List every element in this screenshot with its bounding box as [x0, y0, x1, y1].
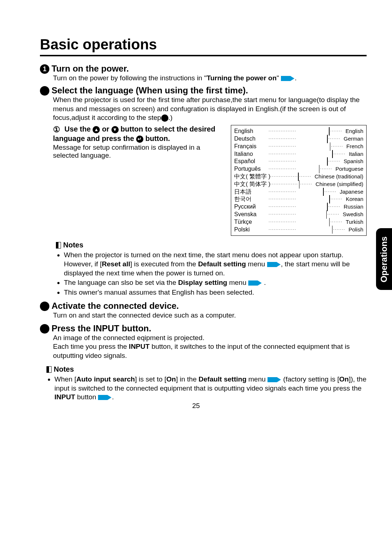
language-row: Español·······················Spanish — [234, 158, 363, 165]
step-ref-icon — [161, 114, 168, 122]
page-number: 25 — [0, 402, 392, 410]
language-row: Türkçe·······················Turkish — [234, 218, 363, 226]
language-english: English — [345, 128, 363, 135]
language-native: Português — [234, 165, 269, 173]
language-english: Polish — [348, 226, 363, 233]
step-body: An image of the connected eqipment is pr… — [53, 334, 367, 360]
step-body: Turn on the power by following the instr… — [53, 74, 367, 82]
language-english: Swedish — [342, 211, 363, 218]
language-row: Italiano·······················Italian — [234, 150, 363, 158]
step-body: When the projector is used for the first… — [53, 96, 367, 122]
page-ref-icon — [281, 75, 295, 82]
language-english: Japanese — [339, 188, 363, 195]
language-english: Chinese (simplified) — [315, 181, 363, 188]
language-row: Français·······················French — [234, 143, 363, 150]
language-row: Svenska·······················Swedish — [234, 211, 363, 218]
language-native: Deutsch — [234, 135, 269, 143]
enter-button-icon: ↵ — [136, 136, 143, 143]
language-native: Svenska — [234, 211, 269, 218]
step-title: Activate the connected device. — [52, 301, 179, 311]
language-row: English·······················English — [234, 128, 363, 135]
note-item: The language can slso be set via the Dis… — [64, 278, 367, 287]
step-1: 1 Turn on the power. Turn on the power b… — [40, 64, 367, 82]
language-row: Русский·······················Russian — [234, 203, 363, 211]
sub-step: ① Use the ▲ or ▼ button to select the de… — [53, 125, 224, 160]
page-ref-icon — [98, 394, 112, 401]
step-3: Activate the connected device. Turn on a… — [40, 301, 367, 320]
step-4: Press the INPUT button. An image of the … — [40, 323, 367, 402]
sub-step-marker: ① — [53, 125, 60, 134]
language-native: Polski — [234, 226, 269, 234]
language-native: Italiano — [234, 150, 269, 158]
sub-step-body: Message for setup confirmation is displa… — [53, 144, 224, 160]
notes-icon — [46, 366, 52, 373]
page-ref-icon — [248, 280, 262, 286]
language-english: French — [346, 143, 363, 150]
language-english: Spanish — [343, 158, 363, 165]
language-english: Russian — [343, 203, 363, 210]
language-native: Español — [234, 158, 269, 165]
language-row: Deutsch·······················German — [234, 135, 363, 143]
language-english: German — [343, 135, 363, 142]
step-title: Turn on the power. — [52, 64, 129, 74]
language-native: Русский — [234, 203, 269, 211]
note-item: This owner's manual assumes that English… — [64, 288, 367, 297]
step-number-icon — [40, 86, 49, 96]
step-body: Turn on and start the connected device s… — [53, 311, 367, 320]
step-number-icon — [40, 302, 49, 311]
page-ref-icon — [267, 261, 281, 268]
language-english: Portuguese — [335, 165, 363, 173]
section-tab: Operations — [376, 228, 392, 290]
note-item: When the projector is turned on the next… — [64, 251, 367, 278]
step-title: Select the language (When using the firs… — [52, 85, 248, 96]
language-native: 中文( 简体字 ) — [234, 181, 270, 188]
language-row: 한국어·······················Korean — [234, 195, 363, 203]
language-native: Türkçe — [234, 218, 269, 226]
note-item: When [Auto input search] is set to [On] … — [54, 375, 367, 402]
page-title: Basic operations — [40, 36, 367, 56]
step-2: Select the language (When using the firs… — [40, 85, 367, 297]
language-english: Korean — [345, 195, 363, 203]
step-number-icon — [40, 324, 49, 334]
manual-page: Basic operations 1 Turn on the power. Tu… — [0, 0, 392, 426]
notes-block: Notes When [Auto input search] is set to… — [46, 365, 367, 402]
notes-icon — [56, 242, 61, 249]
language-row: Português·······················Portugue… — [234, 165, 363, 173]
language-native: English — [234, 128, 269, 135]
step-number-icon: 1 — [40, 64, 49, 74]
language-native: Français — [234, 143, 269, 150]
language-native: 中文( 繁體字 ) — [234, 173, 270, 181]
language-english: Italian — [348, 150, 363, 158]
step-title: Press the INPUT button. — [52, 323, 151, 334]
language-native: 日本語 — [234, 188, 269, 196]
notes-title: Notes — [63, 241, 83, 249]
language-row: 中文( 繁體字 )·······················Chinese … — [234, 173, 363, 181]
language-english: Chinese (traditional) — [314, 173, 363, 180]
notes-title: Notes — [54, 365, 74, 373]
language-row: 日本語·······················Japanese — [234, 188, 363, 196]
down-button-icon: ▼ — [111, 126, 119, 133]
language-row: Polski·······················Polish — [234, 226, 363, 234]
language-row: 中文( 简体字 )·······················Chinese … — [234, 181, 363, 188]
language-native: 한국어 — [234, 195, 269, 203]
notes-block: Notes When the projector is turned on th… — [56, 241, 367, 297]
language-english: Turkish — [345, 218, 363, 226]
up-button-icon: ▲ — [93, 126, 100, 133]
language-table: English·······················EnglishDeu… — [231, 125, 367, 236]
page-ref-icon — [268, 376, 281, 383]
